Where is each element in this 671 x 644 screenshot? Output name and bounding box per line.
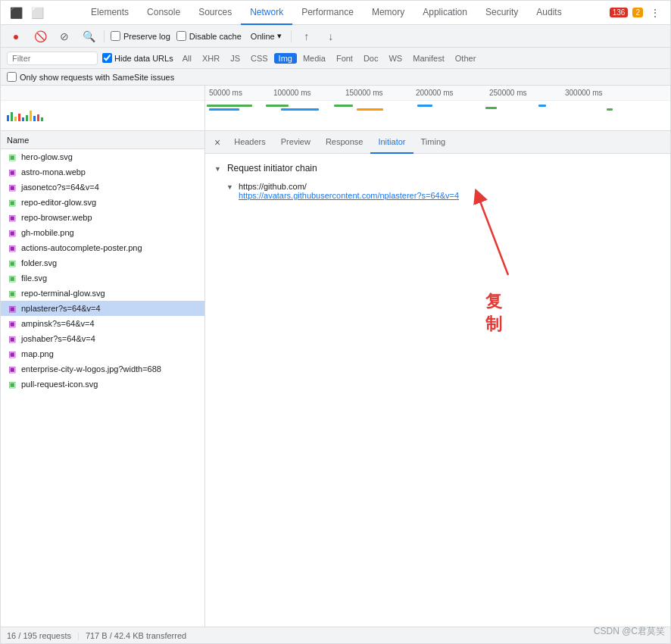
disable-cache-input[interactable] [176, 31, 186, 41]
close-detail-button[interactable]: × [208, 136, 226, 148]
file-type-icon: ▣ [7, 227, 17, 238]
filter-input[interactable] [7, 52, 98, 65]
list-item[interactable]: ▣ hero-glow.svg [1, 149, 204, 164]
preserve-log-checkbox[interactable]: Preserve log [111, 31, 170, 41]
tab-initiator[interactable]: Initiator [370, 131, 413, 154]
list-item[interactable]: ▣ jasonetco?s=64&v=4 [1, 180, 204, 195]
list-item[interactable]: ▣ map.png [1, 346, 204, 361]
file-type-icon: ▣ [7, 288, 17, 299]
detail-content: Request initiator chain https://github.c… [205, 154, 670, 627]
dock-icon[interactable]: ⬛ [7, 4, 25, 22]
tab-security[interactable]: Security [476, 1, 527, 25]
type-btn-doc[interactable]: Doc [359, 53, 383, 64]
type-btn-img[interactable]: Img [274, 53, 297, 64]
tab-application[interactable]: Application [414, 1, 476, 25]
list-item[interactable]: ▣ joshaber?s=64&v=4 [1, 331, 204, 346]
hide-data-urls-checkbox[interactable]: Hide data URLs [102, 53, 173, 63]
chain-expand-icon[interactable] [214, 163, 221, 174]
file-list-header: Name [1, 131, 204, 149]
tab-preview[interactable]: Preview [273, 131, 318, 154]
samesite-checkbox-label[interactable]: Only show requests with SameSite issues [7, 72, 174, 82]
list-item[interactable]: ▣ repo-browser.webp [1, 210, 204, 225]
type-btn-other[interactable]: Other [451, 53, 481, 64]
chain-child-url[interactable]: https://avatars.githubusercontent.com/np… [239, 191, 459, 200]
annotation-text: 复制 [485, 290, 502, 336]
tab-performance[interactable]: Performance [292, 1, 363, 25]
list-item[interactable]: ▣ pull-request-icon.svg [1, 377, 204, 392]
record-icon[interactable]: ● [7, 27, 25, 45]
error-count-badge: 136 [610, 8, 629, 17]
type-btn-manifest[interactable]: Manifest [408, 53, 449, 64]
disable-cache-checkbox[interactable]: Disable cache [176, 31, 242, 41]
file-type-icon: ▣ [7, 364, 17, 374]
file-type-icon: ▣ [7, 333, 17, 344]
list-item[interactable]: ▣ repo-editor-glow.svg [1, 195, 204, 210]
preserve-log-input[interactable] [111, 31, 120, 41]
search-icon[interactable]: 🔍 [80, 27, 98, 45]
file-list: Name ▣ hero-glow.svg ▣ astro-mona.webp ▣… [1, 131, 205, 627]
file-type-icon: ▣ [7, 167, 17, 177]
throttle-dropdown[interactable]: Online ▾ [248, 30, 285, 42]
tab-memory[interactable]: Memory [363, 1, 414, 25]
tab-sources[interactable]: Sources [189, 1, 241, 25]
timeline-mark-5: 300000 ms [565, 89, 602, 97]
samesite-checkbox-input[interactable] [7, 72, 17, 82]
tab-network[interactable]: Network [241, 1, 292, 25]
file-type-icon: ▣ [7, 152, 17, 162]
list-item[interactable]: ▣ file.svg [1, 270, 204, 286]
chain-child-item: https://avatars.githubusercontent.com/np… [226, 191, 661, 200]
list-item[interactable]: ▣ actions-autocomplete-poster.png [1, 240, 204, 255]
requests-count: 16 / 195 requests [7, 631, 71, 640]
list-item[interactable]: ▣ repo-terminal-glow.svg [1, 286, 204, 301]
type-btn-js[interactable]: JS [226, 53, 245, 64]
timeline-mark-3: 200000 ms [416, 89, 453, 97]
undock-icon[interactable]: ⬜ [28, 4, 46, 22]
filter-icon[interactable]: ⊘ [55, 27, 73, 45]
separator-1 [104, 30, 105, 42]
type-btn-font[interactable]: Font [332, 53, 357, 64]
list-item[interactable]: ▣ enterprise-city-w-logos.jpg?width=688 [1, 361, 204, 377]
list-item[interactable]: ▣ ampinsk?s=64&v=4 [1, 316, 204, 331]
hide-data-urls-input[interactable] [102, 53, 112, 63]
tab-response[interactable]: Response [318, 131, 371, 154]
more-options-icon[interactable]: ⋮ [646, 4, 664, 22]
file-type-icon: ▣ [7, 242, 17, 253]
type-btn-all[interactable]: All [178, 53, 196, 64]
clear-icon[interactable]: 🚫 [31, 27, 49, 45]
timeline-mark-0: 50000 ms [209, 89, 242, 97]
tab-elements[interactable]: Elements [82, 1, 138, 25]
type-btn-css[interactable]: CSS [246, 53, 273, 64]
timeline-ruler: 50000 ms 100000 ms 150000 ms 200000 ms 2… [205, 86, 670, 101]
file-type-icon: ▣ [7, 258, 17, 268]
type-btn-media[interactable]: Media [298, 53, 330, 64]
import-icon[interactable]: ↑ [298, 27, 316, 45]
file-type-icon: ▣ [7, 182, 17, 192]
detail-panel: × Headers Preview Response Initiator Tim… [205, 131, 670, 627]
file-type-icon: ▣ [7, 303, 17, 314]
tab-headers[interactable]: Headers [226, 131, 273, 154]
list-item-selected[interactable]: ▣ nplasterer?s=64&v=4 [1, 301, 204, 316]
chain-parent-url[interactable]: https://github.com/ [239, 182, 307, 191]
export-icon[interactable]: ↓ [322, 27, 340, 45]
type-filter-buttons: All XHR JS CSS Img Media Font Doc WS Man… [178, 53, 481, 64]
list-item[interactable]: ▣ gh-mobile.png [1, 225, 204, 240]
filter-row: Hide data URLs All XHR JS CSS Img Media … [1, 48, 670, 69]
file-type-icon: ▣ [7, 197, 17, 208]
svg-line-0 [478, 195, 508, 275]
file-type-icon: ▣ [7, 379, 17, 389]
timeline-bars [205, 101, 670, 130]
chain-parent-expand-icon[interactable] [226, 182, 233, 191]
timeline-left [1, 86, 205, 130]
tab-timing[interactable]: Timing [414, 131, 454, 154]
watermark: CSDN @C君莫笑 [594, 625, 665, 638]
warn-count-badge: 2 [632, 8, 643, 17]
type-btn-xhr[interactable]: XHR [198, 53, 224, 64]
list-item[interactable]: ▣ folder.svg [1, 255, 204, 270]
type-btn-ws[interactable]: WS [384, 53, 407, 64]
tab-audits[interactable]: Audits [527, 1, 570, 25]
timeline-area: 50000 ms 100000 ms 150000 ms 200000 ms 2… [1, 86, 670, 131]
tab-console[interactable]: Console [138, 1, 189, 25]
list-item[interactable]: ▣ astro-mona.webp [1, 164, 204, 180]
file-type-icon: ▣ [7, 212, 17, 223]
chain-title: Request initiator chain [214, 163, 661, 174]
